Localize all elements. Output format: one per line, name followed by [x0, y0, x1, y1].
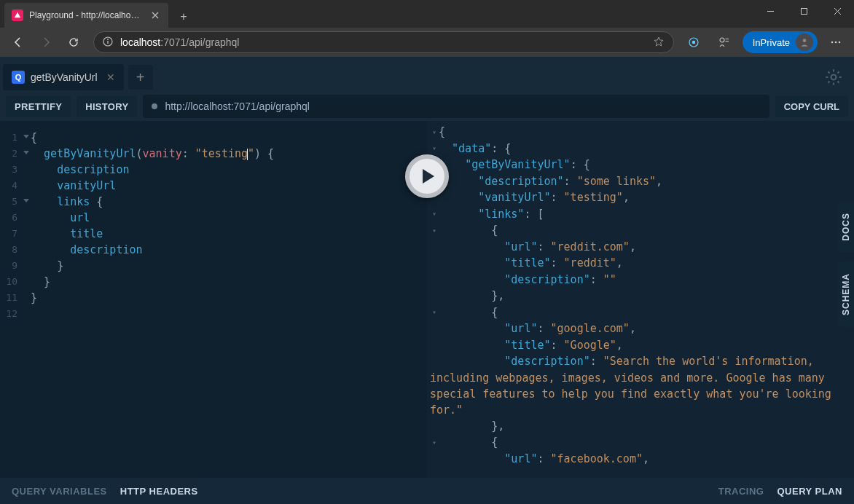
svg-rect-4	[107, 41, 108, 44]
playground-tab[interactable]: Q getByVanityUrl ✕	[3, 64, 124, 90]
svg-marker-0	[15, 12, 20, 17]
inprivate-label: InPrivate	[753, 37, 790, 48]
profile-avatar-icon	[796, 34, 813, 51]
favorite-star-icon[interactable]	[653, 36, 665, 50]
tracking-prevention-icon[interactable]	[681, 31, 706, 54]
run-query-button[interactable]	[405, 154, 449, 198]
history-button[interactable]: HISTORY	[77, 96, 137, 117]
svg-point-8	[803, 39, 807, 42]
nav-refresh-button[interactable]	[61, 31, 86, 54]
address-text: localhost:7071/api/graphql	[120, 36, 239, 48]
docs-tab[interactable]: DOCS	[838, 201, 854, 253]
playground-favicon	[12, 9, 23, 21]
browser-tab[interactable]: Playground - http://localhost:707	[4, 3, 168, 28]
window-minimize-icon[interactable]	[753, 0, 787, 22]
playground-tab-name: getByVanityUrl	[31, 71, 98, 83]
endpoint-status-dot-icon	[152, 103, 157, 109]
window-close-icon[interactable]	[820, 0, 854, 22]
schema-tab[interactable]: SCHEMA	[838, 261, 854, 327]
svg-rect-1	[801, 8, 807, 14]
query-editor[interactable]: 123456789101112 { getByVanityUrl(vanity:…	[0, 121, 427, 478]
settings-gear-icon[interactable]	[819, 63, 848, 92]
svg-point-6	[692, 41, 695, 44]
playground-tab-close-icon[interactable]: ✕	[106, 71, 115, 83]
tracing-tab[interactable]: TRACING	[718, 486, 764, 497]
query-type-badge: Q	[12, 71, 25, 84]
endpoint-url: http://localhost:7071/api/graphql	[165, 101, 309, 112]
browser-tab-title: Playground - http://localhost:707	[29, 10, 144, 20]
response-pane: ▾{ ▾ "data": { ▾ "getByVanityUrl": { "de…	[427, 121, 854, 478]
nav-back-button[interactable]	[6, 31, 31, 54]
svg-point-10	[835, 42, 837, 44]
svg-marker-13	[423, 169, 434, 184]
nav-forward-button[interactable]	[34, 31, 58, 54]
inprivate-badge[interactable]: InPrivate	[743, 31, 818, 53]
svg-point-11	[839, 42, 841, 44]
playground-new-tab-button[interactable]: +	[128, 65, 153, 90]
query-variables-tab[interactable]: QUERY VARIABLES	[12, 486, 107, 497]
prettify-button[interactable]: PRETTIFY	[6, 96, 71, 117]
site-info-icon[interactable]	[103, 36, 113, 49]
close-tab-icon[interactable]	[149, 9, 161, 21]
query-plan-tab[interactable]: QUERY PLAN	[777, 486, 842, 497]
svg-point-7	[720, 38, 724, 42]
svg-point-3	[107, 39, 109, 40]
http-headers-tab[interactable]: HTTP HEADERS	[120, 486, 198, 497]
feedback-icon[interactable]	[712, 31, 737, 54]
copy-curl-button[interactable]: COPY CURL	[775, 96, 848, 117]
browser-menu-icon[interactable]	[823, 31, 848, 54]
window-maximize-icon[interactable]	[787, 0, 820, 22]
svg-point-12	[831, 75, 837, 80]
svg-point-9	[831, 42, 834, 44]
address-bar[interactable]: localhost:7071/api/graphql	[93, 31, 674, 53]
new-tab-button[interactable]: +	[173, 6, 195, 28]
endpoint-input[interactable]: http://localhost:7071/api/graphql	[143, 95, 769, 118]
